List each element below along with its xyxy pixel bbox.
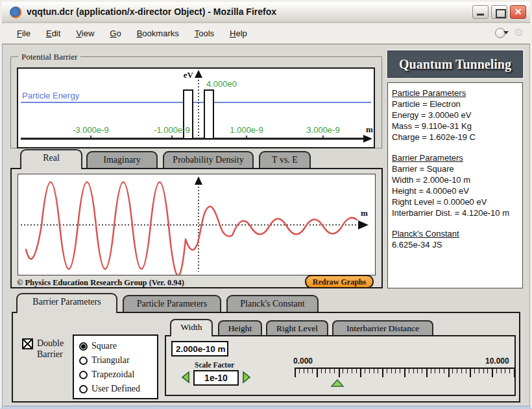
- tab-probability-density[interactable]: Probability Density: [163, 151, 254, 168]
- width-slider-track[interactable]: [295, 368, 515, 378]
- tab-interbarrier-distance[interactable]: Interbarrier Distance: [332, 320, 433, 336]
- particle-parameters-heading: Particle Parameters: [392, 88, 518, 99]
- tab-plancks-constant[interactable]: Planck's Constant: [226, 295, 319, 312]
- profile-menu-button[interactable]: [495, 28, 509, 38]
- info-line: Energy = 3.000e0 eV: [392, 110, 518, 121]
- radio-square-label: Square: [91, 341, 117, 351]
- slider-min-label: 0.000: [293, 356, 313, 366]
- window-title: vqqtun.dcr (application/x-director Objec…: [27, 6, 276, 17]
- double-barrier-label: Double Barrier: [37, 338, 75, 360]
- real-wavefunction-curve: [26, 182, 357, 275]
- radio-user-defined[interactable]: User Defined: [79, 382, 157, 396]
- app-title: Quantum Tunneling: [399, 57, 511, 72]
- radio-triangular[interactable]: Triangular: [79, 353, 157, 368]
- barrier-height-label: 4.000e0: [206, 79, 237, 89]
- wave-x-axis-unit: m: [361, 208, 368, 218]
- info-line: Charge = 1.602e-19 C: [392, 132, 518, 143]
- x-tick-1: -3.000e-9: [73, 125, 109, 135]
- tab-particle-parameters[interactable]: Particle Parameters: [123, 295, 221, 312]
- dropdown-arrow-icon: [503, 31, 509, 34]
- tab-width[interactable]: Width: [170, 319, 213, 336]
- scale-factor-field[interactable]: 1e-10: [193, 370, 239, 386]
- ev-axis-label: eV: [184, 70, 194, 80]
- tab-real[interactable]: Real: [20, 149, 82, 169]
- potential-barrier-graph: Particle Energy eV 4.000e0 -3.000e-9: [17, 67, 375, 148]
- browser-window: vqqtun.dcr (application/x-director Objec…: [0, 0, 532, 409]
- wavefunction-panel: m © Physics Education Research Group (Ve…: [10, 168, 383, 288]
- radio-button-icon: [79, 371, 88, 379]
- menu-view[interactable]: View: [69, 26, 101, 41]
- redraw-graphs-button[interactable]: Redraw Graphs: [305, 275, 374, 288]
- tab-t-vs-e[interactable]: T vs. E: [259, 151, 311, 168]
- radio-trapezoidal[interactable]: Trapezoidal: [79, 368, 157, 382]
- barrier-parameters-heading: Barrier Parameters: [392, 152, 518, 163]
- radio-triangular-label: Triangular: [91, 355, 130, 366]
- width-value-field[interactable]: 2.000e-10 m: [171, 341, 228, 356]
- radio-button-icon: [79, 342, 88, 351]
- info-line: Width = 2.000e-10 m: [392, 174, 518, 185]
- wavefunction-graph: m: [18, 174, 376, 275]
- radio-button-icon: [79, 385, 88, 393]
- info-line: Height = 4.000e0 eV: [392, 185, 518, 196]
- scale-decrement-arrow[interactable]: [180, 371, 191, 384]
- info-line: Interbarrier Dist. = 4.120e-10 m: [392, 207, 518, 218]
- potential-barrier-legend: Potential Barrier: [18, 52, 80, 62]
- radio-trapezoidal-label: Trapezoidal: [91, 369, 134, 380]
- width-settings-panel: 2.000e-10 m Scale Factor 1e-10 0.000 10.…: [165, 335, 516, 396]
- menu-file[interactable]: File: [10, 26, 38, 41]
- info-line: Particle = Electron: [392, 99, 518, 110]
- menu-edit[interactable]: Edit: [39, 26, 67, 41]
- info-line: Right Level = 0.000e0 eV: [392, 196, 518, 207]
- double-barrier-checkbox[interactable]: [22, 338, 33, 349]
- menu-bookmarks[interactable]: Bookmarks: [130, 26, 186, 41]
- menu-bar: File Edit View Go Bookmarks Tools Help ⚙: [2, 23, 530, 45]
- menu-go[interactable]: Go: [103, 26, 128, 41]
- tab-right-level[interactable]: Right Level: [266, 320, 328, 336]
- title-bar: vqqtun.dcr (application/x-director Objec…: [2, 2, 530, 23]
- tab-barrier-parameters[interactable]: Barrier Parameters: [16, 293, 117, 313]
- x-axis-unit-label: m: [366, 124, 373, 134]
- tab-height[interactable]: Height: [218, 320, 262, 336]
- info-line: 6.625e-34 JS: [392, 239, 518, 250]
- barrier-parameters-panel: Double Barrier Square Triangular Trapezo…: [12, 312, 520, 403]
- menu-help[interactable]: Help: [223, 26, 254, 41]
- radio-button-icon: [79, 356, 88, 365]
- particle-energy-label: Particle Energy: [22, 91, 80, 100]
- radio-user-defined-label: User Defined: [91, 384, 140, 394]
- slider-max-label: 10.000: [485, 356, 509, 366]
- menu-tools[interactable]: Tools: [187, 26, 221, 41]
- planck-constant-heading: Planck's Constant: [392, 228, 518, 239]
- firefox-icon: [9, 6, 22, 19]
- scale-factor-label: Scale Factor: [195, 361, 234, 369]
- x-tick-4: 3.000e-9: [306, 125, 339, 135]
- scale-increment-arrow[interactable]: [241, 371, 252, 384]
- x-tick-2: -1.000e-9: [154, 125, 190, 135]
- info-line: Mass = 9.110e-31 Kg: [392, 121, 518, 132]
- info-line: Barrier = Square: [392, 163, 518, 174]
- credit-text: © Physics Education Research Group (Ver.…: [17, 278, 184, 288]
- radio-square[interactable]: Square: [79, 339, 157, 353]
- width-slider-thumb[interactable]: [331, 379, 344, 387]
- close-button[interactable]: [510, 5, 526, 19]
- minimize-button[interactable]: [472, 5, 489, 19]
- maximize-button[interactable]: [491, 5, 507, 19]
- app-title-header: Quantum Tunneling: [387, 51, 523, 78]
- parameters-summary-box: Particle Parameters Particle = Electron …: [387, 82, 523, 288]
- throbber-icon: ⚙: [514, 27, 524, 38]
- tab-imaginary[interactable]: Imaginary: [86, 151, 158, 168]
- potential-barrier-group: Potential Barrier Particle Energy eV: [10, 52, 383, 149]
- x-tick-3: 1.000e-9: [230, 125, 263, 135]
- barrier-shape-group: Square Triangular Trapezoidal User Defin…: [73, 334, 158, 399]
